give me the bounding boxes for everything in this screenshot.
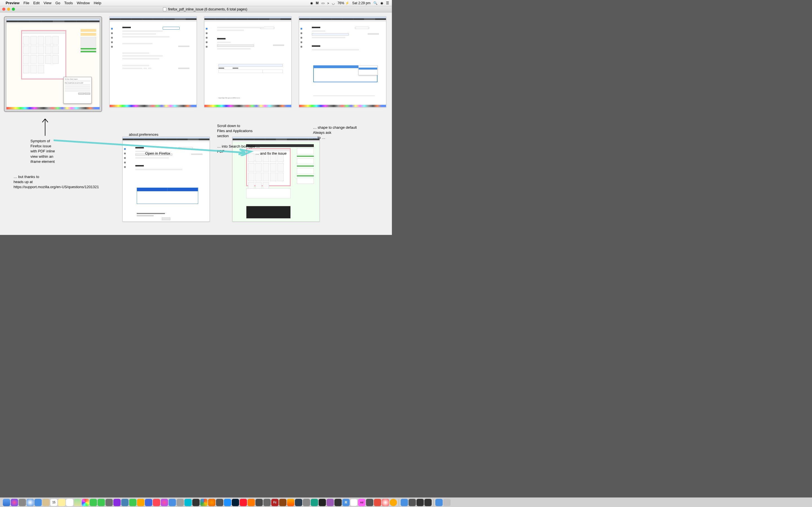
traffic-lights xyxy=(2,8,15,11)
menu-window[interactable]: Window xyxy=(77,1,90,5)
notifications-icon[interactable]: ☰ xyxy=(386,1,389,5)
window-titlebar: firefox_pdf_inline_issue (6 documents, 6… xyxy=(0,6,392,12)
airplay-icon[interactable]: ▭ xyxy=(321,1,324,5)
minimize-button[interactable] xyxy=(7,8,10,11)
menu-go[interactable]: Go xyxy=(55,1,60,5)
annotation-about-prefs: about:preferences xyxy=(129,132,158,137)
clock[interactable]: Sat 2:29 pm xyxy=(352,1,370,5)
close-button[interactable] xyxy=(2,8,5,11)
siri-icon[interactable]: ◉ xyxy=(380,1,383,5)
spotlight-icon[interactable]: 🔍 xyxy=(373,1,377,5)
zoom-button[interactable] xyxy=(12,8,15,11)
annotation-thanks: … but thanks to heads up at https://supp… xyxy=(13,174,99,190)
wifi-icon[interactable]: ◡ xyxy=(332,1,335,5)
page-thumbnail-2[interactable] xyxy=(109,16,197,107)
annotation-shape: … shape to change default Always ask … t… xyxy=(313,125,357,140)
menu-view[interactable]: View xyxy=(44,1,52,5)
malwarebytes-icon[interactable]: M xyxy=(316,1,319,5)
window-title: firefox_pdf_inline_issue (6 documents, 6… xyxy=(168,7,247,11)
avast-icon[interactable]: ◉ xyxy=(310,1,313,5)
bluetooth-icon[interactable]: ᚛ xyxy=(327,1,329,5)
action-popup xyxy=(358,65,377,75)
preview-canvas[interactable]: You have chosen to open: What should Fir… xyxy=(0,12,392,235)
highlighted-region xyxy=(21,30,66,79)
page-thumbnail-1[interactable]: You have chosen to open: What should Fir… xyxy=(4,16,102,112)
menu-help[interactable]: Help xyxy=(94,1,101,5)
app-table xyxy=(137,187,198,204)
menu-edit[interactable]: Edit xyxy=(33,1,40,5)
menu-tools[interactable]: Tools xyxy=(64,1,73,5)
doc-icon xyxy=(163,7,166,11)
annotation-symptom: Symptom of Firefox issue with PDF inline… xyxy=(31,138,55,164)
page-thumbnail-3[interactable]: Digital Rights Management (DRM) Content xyxy=(204,16,292,107)
annotation-fix: … and fix the issue xyxy=(255,151,287,156)
menu-file[interactable]: File xyxy=(23,1,29,5)
download-dialog: You have chosen to open: What should Fir… xyxy=(63,77,92,104)
macos-menubar: Preview File Edit View Go Tools Window H… xyxy=(0,0,392,6)
page-thumbnail-4[interactable] xyxy=(299,16,386,107)
battery-status[interactable]: 76% ⚡ xyxy=(338,1,349,5)
app-name[interactable]: Preview xyxy=(6,1,19,5)
